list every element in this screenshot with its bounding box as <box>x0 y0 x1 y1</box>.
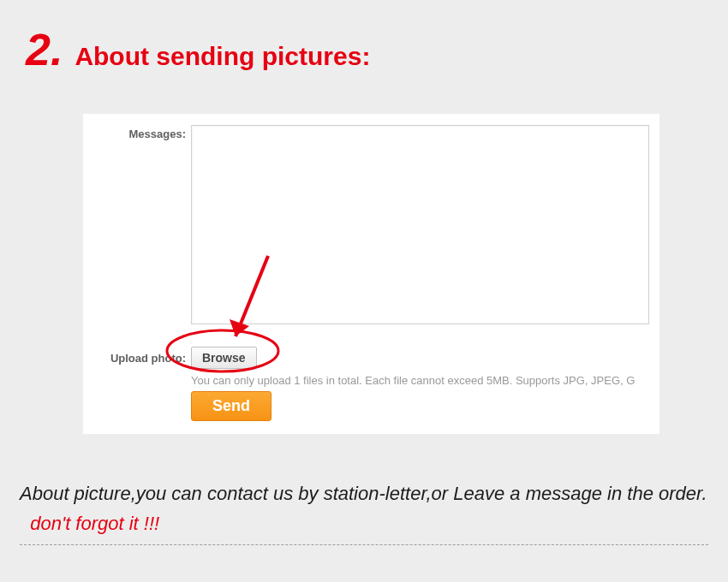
message-panel: Messages: Upload photo: Browse You can o… <box>83 114 659 434</box>
section-heading: 2. About sending pictures: <box>26 24 370 75</box>
divider-line <box>20 544 708 545</box>
messages-input[interactable] <box>191 125 649 324</box>
heading-title: About sending pictures: <box>75 42 370 71</box>
footer-text: About picture,you can contact us by stat… <box>20 478 708 538</box>
send-button[interactable]: Send <box>191 391 272 421</box>
messages-label: Messages: <box>117 128 186 140</box>
upload-photo-label: Upload photo: <box>92 352 186 365</box>
footer-emphasis: don't forgot it !!! <box>30 513 159 534</box>
browse-button[interactable]: Browse <box>191 347 257 369</box>
upload-hint: You can only upload 1 files in total. Ea… <box>191 374 659 387</box>
footer-line: About picture,you can contact us by stat… <box>20 483 707 504</box>
heading-number: 2. <box>26 24 63 75</box>
